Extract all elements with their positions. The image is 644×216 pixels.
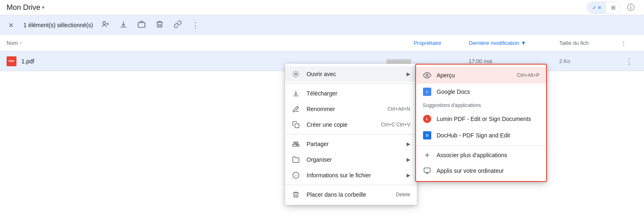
add-person-button[interactable] xyxy=(100,19,111,32)
file-size: 2 Ko xyxy=(559,58,621,64)
header-left: Mon Drive ▾ xyxy=(7,3,44,12)
delete-icon xyxy=(156,20,164,30)
file-more: ⋮ xyxy=(621,57,637,66)
more-actions-button[interactable]: ⋮ xyxy=(190,19,201,31)
table-header: Nom ↑ Propriétaire Dernière modification… xyxy=(0,35,644,51)
selection-toolbar: ✕ 1 élément(s) sélectionné(s) ⋮ xyxy=(0,15,644,35)
grid-view-icon: ⊞ xyxy=(611,5,616,11)
col-name-label: Nom xyxy=(7,40,18,46)
header: Mon Drive ▾ ✓ ≡ ⊞ ⓘ xyxy=(0,0,644,15)
selected-count: 1 élément(s) sélectionné(s) xyxy=(23,22,93,28)
link-icon xyxy=(174,20,182,30)
file-modified: 17:00 mai xyxy=(469,58,559,64)
drive-title: Mon Drive xyxy=(7,3,40,12)
delete-button[interactable] xyxy=(154,19,165,32)
link-button[interactable] xyxy=(172,19,184,32)
list-view-icon: ✓ ≡ xyxy=(592,5,601,11)
close-icon: ✕ xyxy=(8,21,14,29)
header-right: ✓ ≡ ⊞ ⓘ xyxy=(587,1,637,14)
col-more-icon: ⋮ xyxy=(621,40,626,46)
col-owner-header[interactable]: Propriétaire xyxy=(386,40,469,46)
col-name-header[interactable]: Nom ↑ xyxy=(7,40,386,46)
open-with-submenu: Aperçu Ctrl+Alt+P ≡ Google Docs Suggesti… xyxy=(415,64,547,71)
col-modified-label: Dernière modification xyxy=(469,40,519,46)
svg-rect-1 xyxy=(138,22,145,27)
ouvrir-avec-label: Ouvrir avec xyxy=(307,71,400,71)
pdf-icon: PDF xyxy=(7,56,16,66)
menu-item-ouvrir-avec[interactable]: Ouvrir avec ▶ xyxy=(285,66,417,71)
col-size-header: Taille du fich xyxy=(559,40,621,46)
owner-blurred xyxy=(386,59,411,64)
download-button[interactable] xyxy=(118,19,129,32)
col-modified-header[interactable]: Dernière modification ▼ xyxy=(469,40,559,46)
sort-desc-icon: ▼ xyxy=(521,40,526,46)
move-button[interactable] xyxy=(136,19,147,32)
add-person-icon xyxy=(101,20,109,30)
submenu-item-apercu[interactable]: Aperçu Ctrl+Alt+P xyxy=(416,67,546,71)
view-toggle: ✓ ≡ ⊞ xyxy=(587,2,621,14)
move-icon xyxy=(137,20,146,30)
download-icon xyxy=(119,20,128,30)
grid-view-button[interactable]: ⊞ xyxy=(606,2,621,13)
info-icon: ⓘ xyxy=(627,2,635,12)
sort-asc-icon: ↑ xyxy=(19,40,22,46)
context-menu: Ouvrir avec ▶ Télécharger Renommer Ctrl+… xyxy=(285,64,417,71)
dropdown-icon[interactable]: ▾ xyxy=(42,5,44,10)
col-more-header: ⋮ xyxy=(621,40,637,46)
more-icon: ⋮ xyxy=(192,21,199,30)
info-button[interactable]: ⓘ xyxy=(624,1,637,14)
svg-point-0 xyxy=(103,21,106,24)
list-view-button[interactable]: ✓ ≡ xyxy=(587,2,606,13)
open-with-icon xyxy=(292,70,300,71)
file-more-button[interactable]: ⋮ xyxy=(625,57,633,66)
deselect-button[interactable]: ✕ xyxy=(7,20,15,31)
